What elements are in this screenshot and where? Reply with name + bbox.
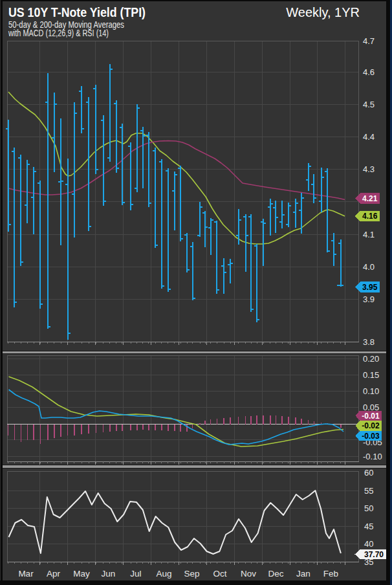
svg-text:4.7: 4.7: [363, 36, 375, 46]
svg-text:4.4: 4.4: [363, 132, 375, 142]
svg-text:-0.02: -0.02: [362, 421, 380, 430]
svg-text:4.3: 4.3: [363, 164, 375, 174]
svg-text:-0.03: -0.03: [362, 432, 380, 441]
svg-text:May: May: [73, 569, 90, 579]
svg-text:US 10Y T-Note Yield (TPI): US 10Y T-Note Yield (TPI): [8, 5, 146, 19]
svg-text:Jan: Jan: [296, 569, 310, 579]
svg-text:4.21: 4.21: [362, 194, 378, 203]
svg-text:4.16: 4.16: [362, 212, 378, 221]
svg-text:3.9: 3.9: [363, 294, 375, 304]
svg-text:0.20: 0.20: [363, 354, 379, 364]
svg-text:Feb: Feb: [323, 569, 338, 579]
svg-text:Apr: Apr: [47, 569, 61, 579]
svg-text:45: 45: [364, 522, 373, 531]
svg-text:Aug: Aug: [156, 569, 171, 579]
svg-text:Jul: Jul: [130, 569, 141, 579]
svg-text:4.6: 4.6: [363, 67, 375, 77]
svg-text:Mar: Mar: [18, 569, 34, 579]
svg-text:Oct: Oct: [213, 569, 226, 579]
svg-text:Weekly, 1YR: Weekly, 1YR: [286, 5, 360, 19]
svg-text:-0.01: -0.01: [362, 412, 380, 421]
svg-text:Sep: Sep: [184, 569, 199, 579]
svg-text:4.1: 4.1: [363, 230, 375, 239]
svg-text:60: 60: [364, 468, 373, 478]
svg-text:Dec: Dec: [268, 569, 283, 579]
svg-text:3.95: 3.95: [362, 283, 378, 292]
svg-text:-0.10: -0.10: [363, 452, 382, 461]
svg-text:Jun: Jun: [102, 569, 116, 579]
svg-text:37.70: 37.70: [364, 550, 384, 559]
svg-text:40: 40: [364, 539, 373, 549]
svg-text:4.5: 4.5: [363, 100, 375, 109]
svg-text:0.15: 0.15: [363, 370, 379, 380]
svg-text:with MACD (12,26,9) & RSI (14): with MACD (12,26,9) & RSI (14): [8, 28, 109, 38]
svg-text:Nov: Nov: [241, 569, 256, 579]
svg-text:50: 50: [364, 503, 373, 513]
svg-text:55: 55: [364, 486, 373, 496]
svg-text:3.8: 3.8: [363, 337, 375, 347]
svg-text:0.10: 0.10: [363, 386, 379, 396]
svg-text:4.0: 4.0: [363, 262, 375, 272]
